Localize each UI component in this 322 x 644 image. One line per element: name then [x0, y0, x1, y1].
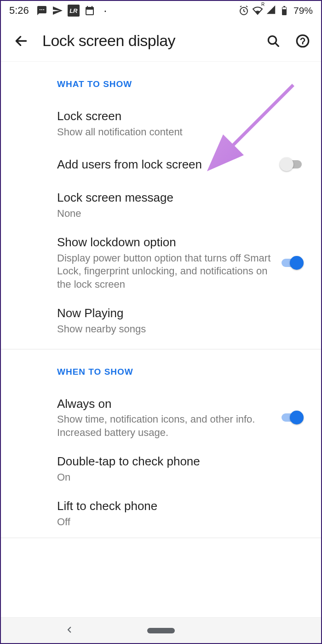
system-nav-bar	[1, 617, 321, 643]
calendar-icon	[84, 5, 95, 16]
help-button[interactable]	[294, 33, 311, 49]
sms-icon	[36, 5, 47, 16]
search-button[interactable]	[265, 33, 282, 49]
nav-home-pill[interactable]	[147, 628, 175, 633]
row-title: Show lockdown option	[57, 235, 272, 250]
section-header-what: WHAT TO SHOW	[1, 75, 321, 101]
row-show-lockdown[interactable]: Show lockdown option Display power butto…	[1, 227, 321, 298]
row-title: Add users from lock screen	[57, 157, 272, 172]
row-lock-screen-message[interactable]: Lock screen message None	[1, 183, 321, 227]
toggle-lockdown[interactable]	[280, 256, 304, 270]
telegram-icon	[52, 5, 63, 16]
row-title: Lock screen	[57, 109, 304, 124]
wifi-icon	[252, 5, 263, 16]
settings-list: WHAT TO SHOW Lock screen Show all notifi…	[1, 62, 321, 617]
toggle-always-on[interactable]	[280, 411, 304, 424]
row-subtitle: Show time, notification icons, and other…	[57, 413, 272, 439]
status-time: 5:26	[9, 5, 29, 17]
row-double-tap[interactable]: Double-tap to check phone On	[1, 447, 321, 491]
signal-roaming-icon: R	[266, 5, 276, 17]
row-add-users[interactable]: Add users from lock screen	[1, 146, 321, 183]
app-bar: Lock screen display	[1, 20, 321, 62]
row-title: Now Playing	[57, 306, 304, 321]
row-title: Double-tap to check phone	[57, 454, 304, 469]
svg-point-3	[297, 35, 308, 46]
row-subtitle: On	[57, 471, 304, 484]
lr-icon: LR	[68, 5, 80, 17]
svg-line-2	[276, 43, 279, 46]
row-lock-screen[interactable]: Lock screen Show all notification conten…	[1, 101, 321, 146]
section-when-to-show: WHEN TO SHOW Always on Show time, notifi…	[1, 349, 321, 539]
row-subtitle: Display power button option that turns o…	[57, 252, 272, 291]
row-subtitle: Show all notification content	[57, 126, 304, 139]
status-bar: 5:26 LR · R 79%	[1, 1, 321, 20]
row-subtitle: None	[57, 207, 304, 220]
row-lift[interactable]: Lift to check phone Off	[1, 491, 321, 536]
dot-icon: ·	[100, 5, 111, 16]
page-title: Lock screen display	[42, 32, 252, 50]
row-title: Lock screen message	[57, 190, 304, 205]
back-button[interactable]	[13, 33, 29, 49]
row-now-playing[interactable]: Now Playing Show nearby songs	[1, 298, 321, 343]
section-what-to-show: WHAT TO SHOW Lock screen Show all notifi…	[1, 62, 321, 349]
battery-percent: 79%	[293, 5, 313, 16]
alarm-icon	[238, 5, 249, 16]
row-subtitle: Off	[57, 516, 304, 529]
row-title: Always on	[57, 396, 272, 412]
row-subtitle: Show nearby songs	[57, 323, 304, 336]
nav-back-button[interactable]	[65, 626, 74, 636]
svg-rect-0	[282, 7, 286, 9]
row-always-on[interactable]: Always on Show time, notification icons,…	[1, 389, 321, 447]
row-title: Lift to check phone	[57, 499, 304, 514]
section-header-when: WHEN TO SHOW	[1, 362, 321, 389]
toggle-add-users[interactable]	[280, 157, 304, 171]
battery-icon	[279, 5, 290, 16]
